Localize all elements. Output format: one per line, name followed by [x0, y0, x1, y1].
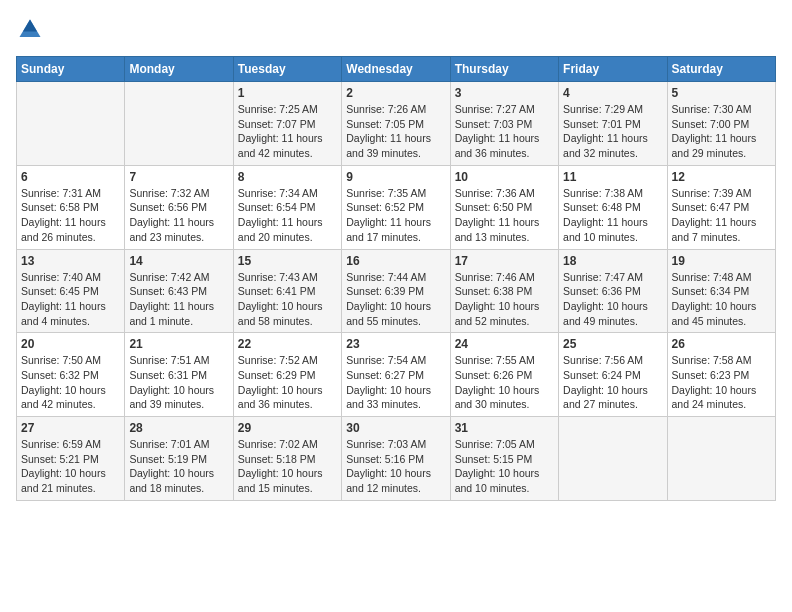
- day-detail: Sunrise: 6:59 AM Sunset: 5:21 PM Dayligh…: [21, 437, 120, 496]
- page-header: [16, 16, 776, 44]
- day-number: 11: [563, 170, 662, 184]
- day-detail: Sunrise: 7:42 AM Sunset: 6:43 PM Dayligh…: [129, 270, 228, 329]
- day-detail: Sunrise: 7:55 AM Sunset: 6:26 PM Dayligh…: [455, 353, 554, 412]
- col-header-friday: Friday: [559, 57, 667, 82]
- calendar-cell: 28Sunrise: 7:01 AM Sunset: 5:19 PM Dayli…: [125, 417, 233, 501]
- day-detail: Sunrise: 7:01 AM Sunset: 5:19 PM Dayligh…: [129, 437, 228, 496]
- calendar-cell: 26Sunrise: 7:58 AM Sunset: 6:23 PM Dayli…: [667, 333, 775, 417]
- day-number: 27: [21, 421, 120, 435]
- day-detail: Sunrise: 7:02 AM Sunset: 5:18 PM Dayligh…: [238, 437, 337, 496]
- calendar-cell: 22Sunrise: 7:52 AM Sunset: 6:29 PM Dayli…: [233, 333, 341, 417]
- col-header-tuesday: Tuesday: [233, 57, 341, 82]
- calendar-cell: 24Sunrise: 7:55 AM Sunset: 6:26 PM Dayli…: [450, 333, 558, 417]
- calendar-cell: 18Sunrise: 7:47 AM Sunset: 6:36 PM Dayli…: [559, 249, 667, 333]
- day-detail: Sunrise: 7:29 AM Sunset: 7:01 PM Dayligh…: [563, 102, 662, 161]
- day-number: 6: [21, 170, 120, 184]
- day-detail: Sunrise: 7:31 AM Sunset: 6:58 PM Dayligh…: [21, 186, 120, 245]
- day-number: 7: [129, 170, 228, 184]
- day-number: 15: [238, 254, 337, 268]
- calendar-cell: 17Sunrise: 7:46 AM Sunset: 6:38 PM Dayli…: [450, 249, 558, 333]
- calendar-cell: 16Sunrise: 7:44 AM Sunset: 6:39 PM Dayli…: [342, 249, 450, 333]
- day-detail: Sunrise: 7:40 AM Sunset: 6:45 PM Dayligh…: [21, 270, 120, 329]
- calendar-cell: 8Sunrise: 7:34 AM Sunset: 6:54 PM Daylig…: [233, 165, 341, 249]
- calendar-cell: 7Sunrise: 7:32 AM Sunset: 6:56 PM Daylig…: [125, 165, 233, 249]
- calendar-cell: [559, 417, 667, 501]
- calendar-table: SundayMondayTuesdayWednesdayThursdayFrid…: [16, 56, 776, 501]
- day-number: 26: [672, 337, 771, 351]
- day-detail: Sunrise: 7:35 AM Sunset: 6:52 PM Dayligh…: [346, 186, 445, 245]
- day-number: 25: [563, 337, 662, 351]
- col-header-monday: Monday: [125, 57, 233, 82]
- calendar-cell: 23Sunrise: 7:54 AM Sunset: 6:27 PM Dayli…: [342, 333, 450, 417]
- calendar-cell: 14Sunrise: 7:42 AM Sunset: 6:43 PM Dayli…: [125, 249, 233, 333]
- calendar-cell: 21Sunrise: 7:51 AM Sunset: 6:31 PM Dayli…: [125, 333, 233, 417]
- day-detail: Sunrise: 7:36 AM Sunset: 6:50 PM Dayligh…: [455, 186, 554, 245]
- calendar-cell: 3Sunrise: 7:27 AM Sunset: 7:03 PM Daylig…: [450, 82, 558, 166]
- calendar-cell: 20Sunrise: 7:50 AM Sunset: 6:32 PM Dayli…: [17, 333, 125, 417]
- svg-marker-1: [23, 20, 37, 32]
- calendar-cell: 13Sunrise: 7:40 AM Sunset: 6:45 PM Dayli…: [17, 249, 125, 333]
- day-detail: Sunrise: 7:48 AM Sunset: 6:34 PM Dayligh…: [672, 270, 771, 329]
- day-detail: Sunrise: 7:50 AM Sunset: 6:32 PM Dayligh…: [21, 353, 120, 412]
- col-header-sunday: Sunday: [17, 57, 125, 82]
- day-detail: Sunrise: 7:26 AM Sunset: 7:05 PM Dayligh…: [346, 102, 445, 161]
- calendar-cell: 5Sunrise: 7:30 AM Sunset: 7:00 PM Daylig…: [667, 82, 775, 166]
- day-number: 14: [129, 254, 228, 268]
- logo: [16, 16, 48, 44]
- day-number: 31: [455, 421, 554, 435]
- day-number: 13: [21, 254, 120, 268]
- day-detail: Sunrise: 7:43 AM Sunset: 6:41 PM Dayligh…: [238, 270, 337, 329]
- day-number: 17: [455, 254, 554, 268]
- day-detail: Sunrise: 7:46 AM Sunset: 6:38 PM Dayligh…: [455, 270, 554, 329]
- calendar-cell: 12Sunrise: 7:39 AM Sunset: 6:47 PM Dayli…: [667, 165, 775, 249]
- day-number: 5: [672, 86, 771, 100]
- day-detail: Sunrise: 7:05 AM Sunset: 5:15 PM Dayligh…: [455, 437, 554, 496]
- col-header-thursday: Thursday: [450, 57, 558, 82]
- day-number: 24: [455, 337, 554, 351]
- calendar-cell: 2Sunrise: 7:26 AM Sunset: 7:05 PM Daylig…: [342, 82, 450, 166]
- day-detail: Sunrise: 7:44 AM Sunset: 6:39 PM Dayligh…: [346, 270, 445, 329]
- calendar-cell: [17, 82, 125, 166]
- day-number: 9: [346, 170, 445, 184]
- day-number: 4: [563, 86, 662, 100]
- day-detail: Sunrise: 7:39 AM Sunset: 6:47 PM Dayligh…: [672, 186, 771, 245]
- day-number: 1: [238, 86, 337, 100]
- day-detail: Sunrise: 7:30 AM Sunset: 7:00 PM Dayligh…: [672, 102, 771, 161]
- day-number: 3: [455, 86, 554, 100]
- day-detail: Sunrise: 7:56 AM Sunset: 6:24 PM Dayligh…: [563, 353, 662, 412]
- col-header-wednesday: Wednesday: [342, 57, 450, 82]
- calendar-cell: [125, 82, 233, 166]
- calendar-cell: 15Sunrise: 7:43 AM Sunset: 6:41 PM Dayli…: [233, 249, 341, 333]
- day-detail: Sunrise: 7:03 AM Sunset: 5:16 PM Dayligh…: [346, 437, 445, 496]
- day-detail: Sunrise: 7:27 AM Sunset: 7:03 PM Dayligh…: [455, 102, 554, 161]
- day-detail: Sunrise: 7:58 AM Sunset: 6:23 PM Dayligh…: [672, 353, 771, 412]
- day-number: 18: [563, 254, 662, 268]
- calendar-cell: 11Sunrise: 7:38 AM Sunset: 6:48 PM Dayli…: [559, 165, 667, 249]
- day-number: 20: [21, 337, 120, 351]
- day-number: 28: [129, 421, 228, 435]
- calendar-cell: 6Sunrise: 7:31 AM Sunset: 6:58 PM Daylig…: [17, 165, 125, 249]
- day-number: 12: [672, 170, 771, 184]
- calendar-cell: 31Sunrise: 7:05 AM Sunset: 5:15 PM Dayli…: [450, 417, 558, 501]
- calendar-cell: 19Sunrise: 7:48 AM Sunset: 6:34 PM Dayli…: [667, 249, 775, 333]
- day-number: 16: [346, 254, 445, 268]
- day-detail: Sunrise: 7:47 AM Sunset: 6:36 PM Dayligh…: [563, 270, 662, 329]
- calendar-cell: 10Sunrise: 7:36 AM Sunset: 6:50 PM Dayli…: [450, 165, 558, 249]
- day-detail: Sunrise: 7:52 AM Sunset: 6:29 PM Dayligh…: [238, 353, 337, 412]
- day-detail: Sunrise: 7:32 AM Sunset: 6:56 PM Dayligh…: [129, 186, 228, 245]
- calendar-cell: 27Sunrise: 6:59 AM Sunset: 5:21 PM Dayli…: [17, 417, 125, 501]
- calendar-cell: 30Sunrise: 7:03 AM Sunset: 5:16 PM Dayli…: [342, 417, 450, 501]
- day-detail: Sunrise: 7:54 AM Sunset: 6:27 PM Dayligh…: [346, 353, 445, 412]
- day-number: 21: [129, 337, 228, 351]
- logo-icon: [16, 16, 44, 44]
- day-detail: Sunrise: 7:34 AM Sunset: 6:54 PM Dayligh…: [238, 186, 337, 245]
- day-number: 8: [238, 170, 337, 184]
- day-number: 23: [346, 337, 445, 351]
- calendar-cell: 9Sunrise: 7:35 AM Sunset: 6:52 PM Daylig…: [342, 165, 450, 249]
- day-number: 29: [238, 421, 337, 435]
- day-detail: Sunrise: 7:38 AM Sunset: 6:48 PM Dayligh…: [563, 186, 662, 245]
- calendar-cell: 4Sunrise: 7:29 AM Sunset: 7:01 PM Daylig…: [559, 82, 667, 166]
- calendar-cell: [667, 417, 775, 501]
- day-number: 19: [672, 254, 771, 268]
- day-number: 22: [238, 337, 337, 351]
